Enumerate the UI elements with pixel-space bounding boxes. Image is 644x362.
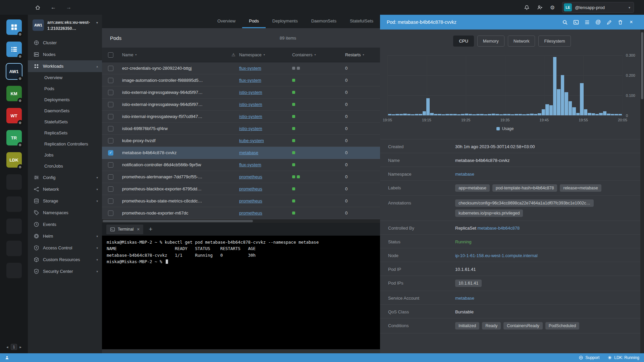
scrollbar-thumb[interactable] (103, 220, 253, 222)
pager-next-icon[interactable]: ▸ (20, 345, 22, 349)
sidebar-item-replicasets[interactable]: ReplicaSets (28, 127, 102, 138)
sidebar-item-storage[interactable]: Storage▾ (28, 195, 102, 207)
sidebar-item-cluster[interactable]: Cluster (28, 37, 102, 49)
table-row[interactable]: istio-external-ingressgateway-964d5f97…i… (102, 99, 380, 111)
hotbar-empty-slot[interactable] (6, 219, 22, 234)
delete-icon[interactable] (615, 17, 625, 27)
column-header-namespace[interactable]: Namespace▾ (239, 53, 292, 57)
row-checkbox[interactable]: ✓ (108, 150, 113, 156)
row-checkbox[interactable] (108, 114, 113, 119)
table-row[interactable]: image-automation-controller-f988895d5…fl… (102, 74, 380, 86)
sidebar-item-cronjobs[interactable]: CronJobs (28, 161, 102, 172)
sidebar-item-security-center[interactable]: Security Center▾ (28, 265, 102, 277)
account-dropdown[interactable]: LE @lensapp-prod ▾ (562, 2, 634, 13)
row-checkbox[interactable] (108, 174, 113, 180)
sidebar-item-statefulsets[interactable]: StatefulSets (28, 116, 102, 127)
hotbar-empty-slot[interactable] (6, 263, 22, 278)
sidebar-item-replication-controllers[interactable]: Replication Controllers (28, 138, 102, 149)
row-checkbox[interactable] (108, 126, 113, 131)
sidebar-item-daemonsets[interactable]: DaemonSets (28, 105, 102, 116)
sidebar-item-access-control[interactable]: Access Control▾ (28, 242, 102, 254)
namespace-link[interactable]: istio-system (239, 126, 262, 131)
table-row[interactable]: prometheus-alertmanager-7dd779cf55-…prom… (102, 171, 380, 183)
tab-deployments[interactable]: Deployments (266, 15, 305, 28)
gear-badge-icon[interactable]: ⚙ (17, 120, 23, 126)
column-header-containers[interactable]: Containers▾ (292, 53, 345, 57)
terminal[interactable]: miska@Miskas-MBP-2 ~ % kubectl get pod m… (102, 236, 380, 349)
column-header-restarts[interactable]: Restarts▾ (345, 53, 380, 57)
close-icon[interactable]: × (627, 17, 636, 27)
close-tab-icon[interactable]: × (137, 227, 140, 232)
scrollbar-thumb[interactable] (641, 32, 643, 99)
row-checkbox[interactable] (108, 66, 113, 71)
hotbar-tile-ldk[interactable]: LDK⚙ (6, 152, 22, 168)
cluster-selector[interactable]: AW1 arn:aws:eks:eu-west-1:210226350… ▾ (28, 15, 102, 36)
row-checkbox[interactable] (108, 90, 113, 95)
edit-icon[interactable] (604, 17, 614, 27)
settings-gear-icon[interactable]: ⚙ (550, 4, 555, 11)
horizontal-scrollbar[interactable] (102, 219, 380, 223)
namespace-link[interactable]: istio-system (239, 90, 262, 95)
gear-badge-icon[interactable]: ⚙ (17, 164, 23, 170)
pod-logs-icon[interactable] (582, 17, 592, 27)
gear-badge-icon[interactable]: ⚙ (17, 142, 23, 148)
table-row[interactable]: istiod-69f876bf75-qf4rwistio-system0 (102, 123, 380, 135)
gear-badge-icon[interactable]: ⚙ (17, 54, 23, 59)
sidebar-item-namespaces[interactable]: Namespaces (28, 207, 102, 219)
table-row[interactable]: ✓metabase-b4b64c878-cvvkzmetabase0 (102, 147, 380, 159)
hotbar-tile-tr[interactable]: TR⚙ (6, 130, 22, 145)
user-icon[interactable] (5, 355, 9, 360)
new-terminal-tab-button[interactable]: + (147, 226, 154, 233)
gear-badge-icon[interactable]: ⚙ (17, 98, 23, 104)
namespace-link[interactable]: kube-system (239, 138, 264, 143)
hotbar-empty-slot[interactable] (6, 196, 22, 212)
tab-daemonsets[interactable]: DaemonSets (305, 15, 343, 28)
sidebar-item-workloads[interactable]: Workloads▴ (28, 60, 102, 72)
namespace-link[interactable]: flux-system (239, 162, 261, 167)
notifications-bell-icon[interactable] (524, 5, 530, 10)
pod-shell-icon[interactable] (571, 17, 581, 27)
node-link[interactable]: ip-10-1-61-158.eu-west-1.compute.interna… (455, 252, 538, 258)
table-row[interactable]: ecr-credentials-sync-28092240-bttgjflux-… (102, 62, 380, 74)
namespace-link[interactable]: prometheus (239, 198, 262, 203)
gear-badge-icon[interactable]: ⚙ (17, 32, 23, 37)
column-header-warnings[interactable]: ⚠ (228, 52, 239, 57)
hotbar-tile-aw1[interactable]: AW1⚙ (6, 64, 22, 79)
namespace-link[interactable]: flux-system (239, 78, 261, 83)
sidebar-item-overview[interactable]: Overview (28, 72, 102, 83)
tab-network[interactable]: Network (508, 36, 535, 47)
row-checkbox[interactable] (108, 138, 113, 143)
tab-filesystem[interactable]: Filesystem (538, 36, 571, 47)
sidebar-item-deployments[interactable]: Deployments (28, 94, 102, 105)
chart-legend[interactable]: Usage (387, 126, 623, 131)
namespace-link[interactable]: metabase (455, 171, 474, 177)
gear-badge-icon[interactable]: ⚙ (17, 76, 23, 81)
attach-pod-icon[interactable]: @ (593, 17, 603, 27)
sidebar-item-custom-resources[interactable]: Custom Resources▾ (28, 254, 102, 265)
home-button[interactable] (35, 5, 41, 10)
support-button[interactable]: Support (579, 355, 599, 360)
table-row[interactable]: kube-proxy-hvzdfkube-system0 (102, 135, 380, 147)
hotbar-tile-wt[interactable]: WT⚙ (6, 108, 22, 123)
pager-prev-icon[interactable]: ◂ (6, 345, 8, 349)
row-checkbox[interactable] (108, 162, 113, 168)
row-checkbox[interactable] (108, 186, 113, 192)
namespace-link[interactable]: flux-system (239, 66, 261, 71)
hotbar-tile-catalog[interactable]: ⚙ (6, 19, 22, 35)
table-row[interactable]: prometheus-node-exporter-m67dcprometheus… (102, 207, 380, 219)
select-all-checkbox[interactable] (108, 52, 113, 58)
namespace-link[interactable]: prometheus (239, 210, 262, 216)
cluster-status[interactable]: LDK: Running (607, 355, 639, 360)
namespace-link[interactable]: istio-system (239, 102, 262, 107)
sidebar-item-network[interactable]: Network▾ (28, 183, 102, 195)
table-row[interactable]: prometheus-blackbox-exporter-6795dd…prom… (102, 183, 380, 195)
namespace-link[interactable]: prometheus (239, 186, 262, 191)
drawer-scrollbar[interactable] (640, 29, 644, 353)
tab-cpu[interactable]: CPU (453, 36, 474, 47)
hotbar-empty-slot[interactable] (6, 174, 22, 190)
table-row[interactable]: istio-external-ingressgateway-964d5f97…i… (102, 86, 380, 99)
hotbar-empty-slot[interactable] (6, 241, 22, 256)
row-checkbox[interactable] (108, 198, 113, 204)
search-icon[interactable] (560, 17, 570, 27)
table-row[interactable]: istio-internal-ingressgateway-f5f7cd947…… (102, 111, 380, 123)
